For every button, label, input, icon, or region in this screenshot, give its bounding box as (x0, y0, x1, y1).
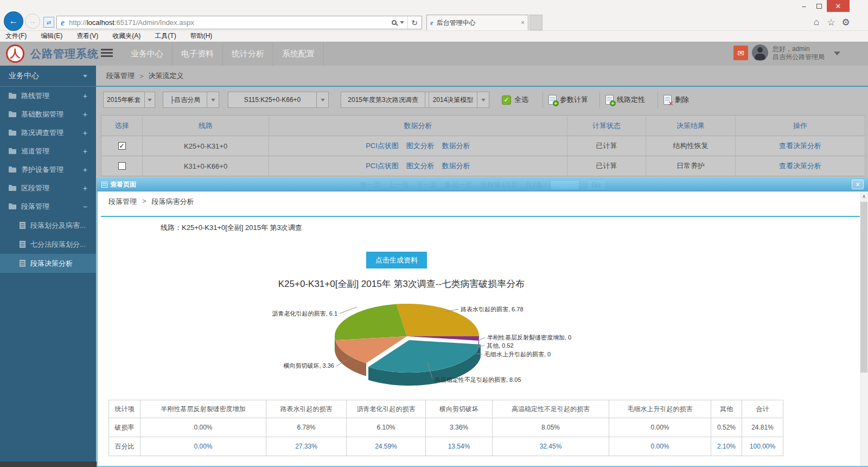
breadcrumb-item[interactable]: 段落管理 (106, 71, 135, 81)
expand-plus-icon[interactable]: + (83, 92, 87, 100)
filter-dropdown[interactable]: 2015年帐套 (103, 92, 155, 108)
nav-item[interactable]: 系统配置 (273, 42, 324, 66)
menu-item[interactable]: 文件(F) (5, 31, 27, 41)
filter-dropdown[interactable]: 2014决策模型 (429, 92, 489, 108)
scroll-up-icon[interactable]: ∧ (860, 193, 868, 201)
user-menu-chevron-icon[interactable] (834, 52, 840, 55)
new-tab-button[interactable] (529, 15, 542, 30)
menu-item[interactable]: 工具(T) (155, 31, 176, 41)
expand-plus-icon[interactable]: + (83, 165, 87, 174)
expand-plus-icon[interactable]: + (83, 129, 87, 137)
document-icon (20, 222, 25, 229)
pie-slice-label: 横向剪切破坏, 3.36 (283, 362, 334, 369)
filter-dropdown-value: 2014决策模型 (429, 95, 477, 105)
sidebar-subitem-label: 七分法段落划分... (30, 240, 86, 250)
sidebar-item[interactable]: 养护设备管理+ (0, 161, 96, 179)
expand-plus-icon[interactable]: + (83, 147, 87, 156)
compatibility-view-icon[interactable]: ⇄ (43, 17, 54, 28)
menu-item[interactable]: 编辑(E) (41, 31, 62, 41)
参数计算-button[interactable]: +参数计算 (542, 92, 593, 108)
sidebar-item[interactable]: 区段管理+ (0, 179, 96, 197)
generate-data-button[interactable]: 点击生成资料 (366, 252, 427, 268)
user-avatar[interactable] (752, 44, 768, 61)
menu-item[interactable]: 帮助(H) (190, 31, 213, 41)
hamburger-menu-icon[interactable] (101, 49, 113, 50)
browser-tab[interactable]: e 后台管理中心 × (426, 15, 528, 30)
row-checkbox-checked[interactable]: ✓ (118, 142, 126, 150)
settings-gear-icon[interactable]: ⚙ (840, 17, 852, 28)
search-icon[interactable] (392, 20, 397, 25)
toolbar-button-label: 线路定性 (617, 95, 645, 105)
favorites-star-icon[interactable]: ☆ (825, 17, 837, 28)
window-minimize-button[interactable]: – (796, 0, 812, 12)
线路定性-button[interactable]: +线路定性 (599, 92, 650, 108)
view-decision-link[interactable]: 查看决策分析 (779, 142, 821, 150)
dropdown-arrow-icon[interactable] (316, 92, 328, 107)
select-all-button[interactable]: ✓全选 (496, 92, 534, 108)
breadcrumb-separator: > (139, 72, 144, 80)
sidebar-section-label: 业务中心 (9, 71, 39, 81)
nav-item[interactable]: 电子资料 (173, 42, 223, 66)
back-button[interactable]: ← (4, 12, 23, 30)
analysis-link[interactable]: 数据分析 (442, 162, 470, 170)
home-icon[interactable]: ⌂ (810, 17, 822, 28)
sidebar-item[interactable]: 段落管理− (0, 197, 96, 216)
analysis-link[interactable]: 数据分析 (442, 142, 470, 150)
stats-value: 0.00% (609, 418, 711, 437)
删除-button[interactable]: ✕删除 (658, 92, 694, 108)
toolbar-button-label: 全选 (514, 95, 528, 105)
modal-close-button[interactable]: ✕ (852, 180, 864, 189)
stats-value: 3.36% (426, 418, 493, 437)
nav-item[interactable]: 业务中心 (122, 42, 173, 66)
analysis-link[interactable]: 图文分析 (406, 162, 435, 170)
sidebar-section-header[interactable]: 业务中心 (0, 66, 96, 87)
expand-plus-icon[interactable]: + (83, 184, 87, 193)
analysis-link[interactable]: 图文分析 (406, 142, 435, 150)
sidebar-item[interactable]: 基础数据管理+ (0, 105, 96, 124)
modal-scrollbar[interactable]: ∧ (860, 191, 868, 466)
pie-slice-label: 高温稳定性不足引起的损害, 8.05 (435, 376, 521, 383)
browser-menu-bar: 文件(F)编辑(E)查看(V)收藏夹(A)工具(T)帮助(H) (0, 31, 868, 42)
sidebar-item[interactable]: 巡道管理+ (0, 142, 96, 161)
analysis-link[interactable]: PCI点状图 (366, 162, 399, 170)
filter-dropdown[interactable]: S115:K25+0-K66+0 (228, 92, 329, 108)
menu-item[interactable]: 收藏夹(A) (112, 31, 141, 41)
expand-plus-icon[interactable]: + (83, 110, 87, 119)
menu-item[interactable]: 查看(V) (76, 31, 98, 41)
label-connector (340, 307, 357, 314)
sidebar-subitem-active[interactable]: 段落决策分析 (0, 254, 96, 273)
breadcrumb-item[interactable]: 段落管理 (108, 197, 137, 207)
view-decision-link[interactable]: 查看决策分析 (779, 162, 821, 170)
dropdown-arrow-icon[interactable] (477, 92, 489, 107)
stats-value: 24.59% (347, 437, 426, 456)
dropdown-arrow-icon[interactable] (207, 92, 219, 107)
collapse-minus-icon[interactable]: − (83, 202, 87, 211)
sidebar-subitem-label: 段落决策分析 (30, 259, 73, 268)
address-dropdown-icon[interactable] (400, 21, 404, 24)
sidebar-subitem[interactable]: 七分法段落划分... (0, 235, 96, 254)
modal-titlebar[interactable]: 查看页面 ✕ (97, 178, 868, 191)
sidebar-subitem[interactable]: 段落划分及病害... (0, 216, 96, 235)
column-header: 计算状态 (567, 116, 646, 136)
app-title: 公路管理系统 (30, 47, 99, 61)
window-maximize-button[interactable] (812, 0, 827, 12)
sidebar-subitem-label: 段落划分及病害... (30, 221, 86, 231)
analysis-link[interactable]: PCI点状图 (366, 142, 399, 150)
pie-slice-label: 其他, 0.52 (487, 342, 514, 349)
sidebar-item[interactable]: 路线管理+ (0, 87, 96, 105)
row-checkbox[interactable] (118, 162, 126, 170)
nav-item[interactable]: 统计分析 (223, 42, 273, 66)
line-cell: K25+0-K31+0 (143, 136, 269, 156)
filter-dropdown[interactable]: ├昌吉分局 (163, 92, 219, 108)
filter-dropdown[interactable]: 2015年度第3次路况调查 (341, 92, 437, 108)
scrollbar-thumb[interactable] (860, 202, 867, 373)
toolbar-button-label: 参数计算 (560, 95, 588, 105)
address-bar[interactable]: e http://localhost:65171/Admin/Index.asp… (56, 16, 422, 29)
window-close-button[interactable]: ✕ (827, 0, 850, 12)
sidebar-item[interactable]: 路况调查管理+ (0, 124, 96, 142)
mail-icon[interactable]: ✉ (733, 46, 748, 60)
tab-close-icon[interactable]: × (521, 19, 525, 27)
dropdown-arrow-icon[interactable] (144, 92, 155, 107)
forward-button[interactable]: → (25, 14, 40, 29)
refresh-icon[interactable]: ↻ (411, 18, 418, 27)
